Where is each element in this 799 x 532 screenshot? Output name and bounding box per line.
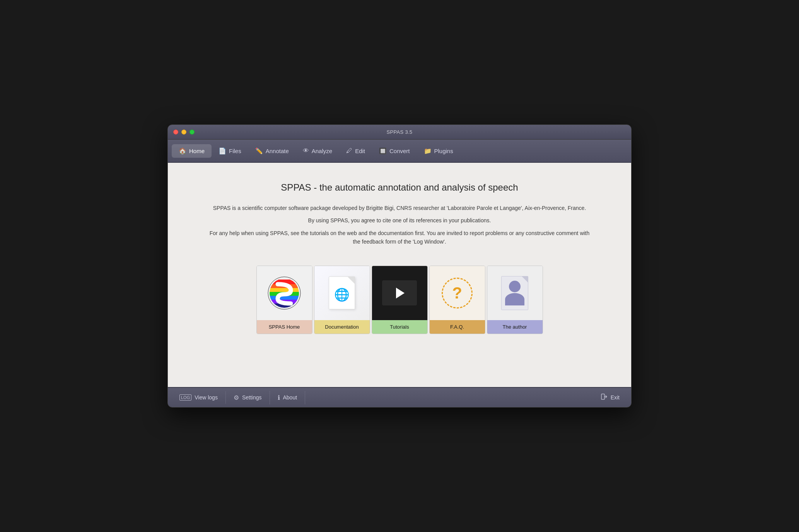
nav-edit-label: Edit <box>355 148 365 154</box>
exit-button[interactable]: Exit <box>593 390 627 405</box>
analyze-icon: 👁 <box>303 147 309 154</box>
video-icon <box>382 280 417 305</box>
plugins-icon: 📁 <box>424 147 432 155</box>
bottom-bar: LOG View logs ⚙ Settings ℹ About Exit <box>168 387 631 407</box>
traffic-lights <box>173 130 195 135</box>
card-sppas-home[interactable]: SPPAS Home <box>256 266 312 334</box>
cards-container: SPPAS Home 🌐 Documentation Tutoria <box>256 266 544 334</box>
nav-annotate[interactable]: ✏️ Annotate <box>248 144 296 158</box>
play-triangle <box>396 288 405 298</box>
nav-edit[interactable]: 🖊 Edit <box>339 144 372 157</box>
exit-label: Exit <box>611 394 620 401</box>
globe-icon: 🌐 <box>334 288 350 301</box>
nav-analyze[interactable]: 👁 Analyze <box>296 144 339 157</box>
nav-convert[interactable]: 🔲 Convert <box>372 144 417 158</box>
files-icon: 📄 <box>219 147 226 155</box>
settings-button[interactable]: ⚙ Settings <box>226 391 270 404</box>
app-window: SPPAS 3.5 🏠 Home 📄 Files ✏️ Annotate 👁 A… <box>167 124 632 408</box>
author-doc <box>501 276 528 310</box>
svg-rect-5 <box>269 288 300 292</box>
nav-home-label: Home <box>189 148 205 154</box>
window-title: SPPAS 3.5 <box>387 129 413 135</box>
about-label: About <box>283 394 297 401</box>
nav-files-label: Files <box>229 148 241 154</box>
view-logs-label: View logs <box>195 394 218 401</box>
nav-convert-label: Convert <box>389 148 410 154</box>
author-body <box>505 293 524 305</box>
description-2: By using SPPAS, you agree to cite one of… <box>308 216 491 225</box>
faq-image: ? <box>430 266 485 320</box>
minimize-button[interactable] <box>181 130 186 135</box>
annotate-icon: ✏️ <box>255 147 263 155</box>
question-mark-icon: ? <box>452 285 462 301</box>
nav-home[interactable]: 🏠 Home <box>172 144 212 158</box>
card-author[interactable]: The author <box>487 266 543 334</box>
edit-icon: 🖊 <box>346 147 352 154</box>
settings-label: Settings <box>242 394 262 401</box>
description-1: SPPAS is a scientific computer software … <box>213 204 586 212</box>
documentation-image: 🌐 <box>314 266 370 320</box>
author-image <box>487 266 543 320</box>
nav-plugins-label: Plugins <box>434 148 453 154</box>
nav-plugins[interactable]: 📁 Plugins <box>417 144 460 158</box>
page-title: SPPAS - the automatic annotation and ana… <box>281 182 518 193</box>
card-tutorials[interactable]: Tutorials <box>372 266 428 334</box>
faq-label: F.A.Q. <box>430 320 485 334</box>
home-icon: 🏠 <box>179 147 186 155</box>
author-label: The author <box>487 320 543 334</box>
close-button[interactable] <box>173 130 178 135</box>
author-head <box>509 281 521 292</box>
about-button[interactable]: ℹ About <box>270 391 306 404</box>
author-figure <box>505 281 524 305</box>
tutorials-image <box>372 266 427 320</box>
card-faq[interactable]: ? F.A.Q. <box>429 266 485 334</box>
main-content: SPPAS - the automatic annotation and ana… <box>168 163 631 387</box>
logs-icon: LOG <box>179 394 191 401</box>
card-documentation[interactable]: 🌐 Documentation <box>314 266 370 334</box>
doc-paper: 🌐 <box>329 276 355 309</box>
faq-circle: ? <box>442 278 473 309</box>
sppas-home-label: SPPAS Home <box>257 320 312 334</box>
sppas-home-image <box>257 266 312 320</box>
view-logs-button[interactable]: LOG View logs <box>172 391 226 404</box>
maximize-button[interactable] <box>190 130 195 135</box>
about-icon: ℹ <box>278 394 280 401</box>
settings-icon: ⚙ <box>234 394 239 401</box>
convert-icon: 🔲 <box>379 147 387 155</box>
title-bar: SPPAS 3.5 <box>168 125 631 140</box>
nav-analyze-label: Analyze <box>312 148 332 154</box>
documentation-label: Documentation <box>314 320 370 334</box>
tutorials-label: Tutorials <box>372 320 427 334</box>
description-3: For any help when using SPPAS, see the t… <box>206 229 593 246</box>
nav-bar: 🏠 Home 📄 Files ✏️ Annotate 👁 Analyze 🖊 E… <box>168 140 631 163</box>
svg-rect-10 <box>601 394 604 399</box>
exit-icon <box>601 393 608 402</box>
nav-files[interactable]: 📄 Files <box>212 144 248 158</box>
nav-annotate-label: Annotate <box>266 148 289 154</box>
